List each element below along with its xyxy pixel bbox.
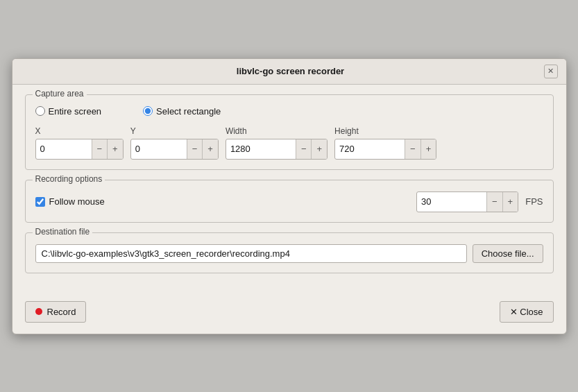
- capture-area-rows: Entire screen Select rectangle X −: [35, 102, 543, 160]
- y-increment-button[interactable]: +: [202, 139, 218, 159]
- x-increment-button[interactable]: +: [107, 139, 123, 159]
- width-decrement-button[interactable]: −: [296, 139, 312, 159]
- height-spinbox: − +: [334, 139, 436, 160]
- width-increment-button[interactable]: +: [311, 139, 327, 159]
- dialog-title: libvlc-go screen recorder: [37, 66, 544, 76]
- dest-path-input[interactable]: [35, 244, 467, 263]
- recording-row: Follow mouse − + FPS: [35, 191, 543, 212]
- coords-row: X − + Y − +: [35, 126, 543, 160]
- capture-area-legend: Capture area: [33, 89, 87, 99]
- destination-file-group: Destination file Choose file...: [25, 232, 554, 273]
- follow-mouse-label: Follow mouse: [49, 196, 105, 207]
- recording-options-group: Recording options Follow mouse − + FPS: [25, 180, 554, 223]
- x-label: X: [35, 126, 124, 136]
- record-dot-icon: [35, 308, 42, 315]
- main-dialog: libvlc-go screen recorder ✕ Capture area…: [12, 58, 567, 334]
- height-group: Height − +: [334, 126, 436, 160]
- y-input[interactable]: [131, 141, 187, 157]
- record-button[interactable]: Record: [25, 301, 87, 323]
- destination-file-legend: Destination file: [33, 227, 93, 237]
- capture-radio-row: Entire screen Select rectangle: [35, 106, 543, 117]
- fps-increment-button[interactable]: +: [502, 192, 518, 212]
- x-input[interactable]: [36, 141, 92, 157]
- fps-group: − + FPS: [416, 191, 543, 212]
- height-input[interactable]: [335, 141, 405, 157]
- entire-screen-option[interactable]: Entire screen: [35, 106, 102, 117]
- height-label: Height: [334, 126, 436, 136]
- follow-mouse-option[interactable]: Follow mouse: [35, 196, 105, 207]
- fps-input[interactable]: [417, 194, 486, 210]
- entire-screen-label: Entire screen: [49, 106, 102, 117]
- width-group: Width − +: [226, 126, 328, 160]
- select-rectangle-label: Select rectangle: [156, 106, 221, 117]
- x-spinbox: − +: [35, 139, 124, 160]
- fps-label: FPS: [525, 196, 543, 207]
- close-button[interactable]: ✕ Close: [500, 301, 554, 323]
- record-button-label: Record: [47, 307, 76, 317]
- title-bar-close-button[interactable]: ✕: [544, 65, 558, 78]
- choose-file-button[interactable]: Choose file...: [473, 244, 543, 263]
- select-rectangle-radio[interactable]: [143, 106, 153, 116]
- follow-mouse-checkbox[interactable]: [35, 197, 45, 207]
- y-group: Y − +: [130, 126, 219, 160]
- title-bar: libvlc-go screen recorder ✕: [12, 59, 566, 85]
- fps-spinbox: − +: [416, 191, 518, 212]
- recording-options-legend: Recording options: [33, 174, 105, 184]
- y-spinbox: − +: [130, 139, 219, 160]
- entire-screen-radio[interactable]: [35, 106, 45, 116]
- width-label: Width: [226, 126, 328, 136]
- height-decrement-button[interactable]: −: [405, 139, 420, 159]
- capture-area-group: Capture area Entire screen Select rectan…: [25, 94, 554, 170]
- dialog-content: Capture area Entire screen Select rectan…: [12, 85, 566, 294]
- x-decrement-button[interactable]: −: [92, 139, 108, 159]
- width-spinbox: − +: [226, 139, 328, 160]
- select-rectangle-option[interactable]: Select rectangle: [143, 106, 221, 117]
- dialog-footer: Record ✕ Close: [12, 294, 566, 334]
- y-decrement-button[interactable]: −: [187, 139, 203, 159]
- y-label: Y: [130, 126, 219, 136]
- height-increment-button[interactable]: +: [420, 139, 436, 159]
- width-input[interactable]: [226, 141, 296, 157]
- dest-row: Choose file...: [35, 244, 543, 263]
- x-group: X − +: [35, 126, 124, 160]
- fps-decrement-button[interactable]: −: [486, 192, 502, 212]
